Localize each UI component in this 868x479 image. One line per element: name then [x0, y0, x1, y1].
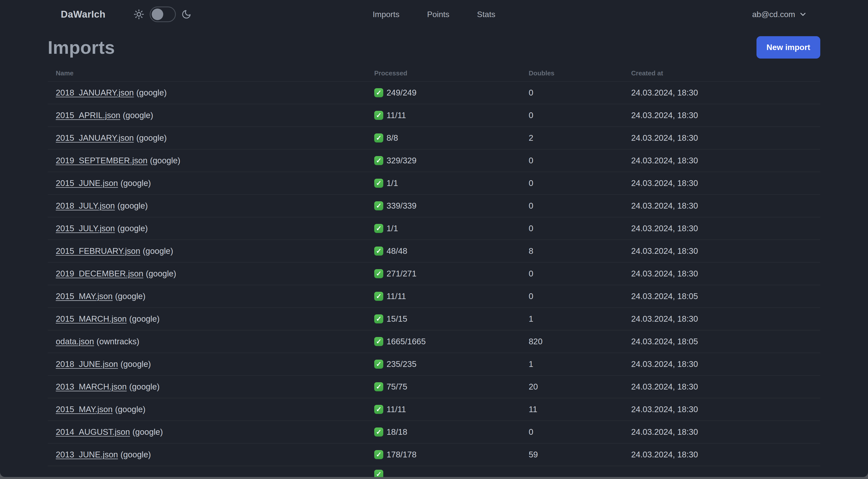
doubles-count: 0	[529, 111, 631, 120]
success-check-icon	[374, 337, 383, 346]
theme-switch[interactable]	[150, 6, 176, 22]
processed-count: 11/11	[386, 405, 406, 414]
success-check-icon	[374, 405, 383, 414]
success-check-icon	[374, 179, 383, 188]
success-check-icon	[374, 246, 383, 256]
doubles-count: 11	[529, 405, 631, 414]
import-source-label: (google)	[129, 314, 159, 324]
processed-count: 178/178	[386, 450, 416, 459]
success-check-icon	[374, 201, 383, 210]
table-row: 2015_JUNE.json(google) 1/1 0 24.03.2024,…	[48, 172, 820, 194]
success-check-icon	[374, 427, 383, 437]
import-file-link[interactable]: 2013_MARCH.json	[56, 382, 127, 391]
success-check-icon	[374, 269, 383, 278]
processed-count: 11/11	[386, 292, 406, 301]
success-check-icon	[374, 88, 383, 97]
import-file-link[interactable]: 2019_SEPTEMBER.json	[56, 156, 148, 165]
import-file-link[interactable]: 2015_JUNE.json	[56, 178, 118, 188]
column-header-name: Name	[56, 69, 374, 77]
created-at: 24.03.2024, 18:05	[631, 292, 815, 301]
processed-count: 1/1	[386, 178, 398, 188]
doubles-count: 0	[529, 88, 631, 97]
theme-switch-knob	[152, 8, 163, 20]
new-import-button[interactable]: New import	[756, 36, 820, 59]
success-check-icon	[374, 133, 383, 143]
import-source-label: (google)	[132, 427, 163, 437]
import-file-link[interactable]: 2018_JULY.json	[56, 201, 115, 210]
nav-stats[interactable]: Stats	[477, 10, 495, 19]
account-menu[interactable]: ab@cd.com	[752, 10, 807, 19]
import-source-label: (google)	[136, 133, 167, 143]
processed-count: 271/271	[386, 269, 416, 278]
processed-count: 11/11	[386, 111, 406, 120]
import-file-link[interactable]: 2013_JUNE.json	[56, 450, 118, 459]
processed-count: 235/235	[386, 359, 416, 369]
nav-imports[interactable]: Imports	[373, 10, 400, 19]
created-at: 24.03.2024, 18:30	[631, 405, 815, 414]
imports-page: Imports New import Name Processed Double…	[0, 36, 868, 477]
import-file-link[interactable]: 2019_DECEMBER.json	[56, 269, 144, 278]
doubles-count: 0	[529, 292, 631, 301]
import-file-link[interactable]: 2018_JANUARY.json	[56, 88, 134, 97]
nav-points[interactable]: Points	[427, 10, 449, 19]
doubles-count: 820	[529, 337, 631, 346]
created-at: 24.03.2024, 18:30	[631, 156, 815, 166]
imports-table: Name Processed Doubles Created at 2018_J…	[48, 65, 820, 477]
import-source-label: (google)	[121, 359, 151, 369]
theme-toggle	[134, 6, 191, 22]
import-file-link[interactable]: 2014_AUGUST.json	[56, 427, 130, 437]
created-at: 24.03.2024, 18:30	[631, 246, 815, 256]
import-file-link[interactable]: 2015_MARCH.json	[56, 314, 127, 324]
processed-count: 329/329	[386, 156, 416, 166]
import-source-label: (google)	[150, 156, 180, 165]
success-check-icon	[374, 156, 383, 165]
import-source-label: (google)	[117, 201, 148, 210]
doubles-count: 0	[529, 427, 631, 437]
table-row: 2014_AUGUST.json(google) 18/18 0 24.03.2…	[48, 420, 820, 443]
created-at: 24.03.2024, 18:30	[631, 224, 815, 233]
import-file-link[interactable]: 2015_JULY.json	[56, 224, 115, 233]
table-row: 2015_MAY.json(google) 11/11 0 24.03.2024…	[48, 285, 820, 307]
import-file-link[interactable]: 2015_FEBRUARY.json	[56, 246, 140, 256]
processed-count: 18/18	[386, 427, 407, 437]
created-at: 24.03.2024, 18:30	[631, 88, 815, 97]
created-at: 24.03.2024, 18:30	[631, 382, 815, 392]
created-at: 24.03.2024, 18:30	[631, 427, 815, 437]
processed-count: 8/8	[386, 133, 398, 143]
table-header-row: Name Processed Doubles Created at	[48, 65, 820, 81]
doubles-count: 0	[529, 224, 631, 233]
import-source-label: (google)	[123, 111, 153, 120]
processed-count: 75/75	[386, 382, 407, 392]
table-row: 2015_JULY.json(google) 1/1 0 24.03.2024,…	[48, 217, 820, 239]
import-file-link[interactable]: 2018_JUNE.json	[56, 359, 118, 369]
page-title: Imports	[48, 37, 115, 58]
table-row: 2015_MARCH.json(google) 15/15 1 24.03.20…	[48, 307, 820, 330]
import-source-label: (google)	[121, 178, 151, 188]
import-file-link[interactable]: 2015_MAY.json	[56, 292, 113, 301]
table-row	[48, 466, 820, 477]
import-source-label: (google)	[117, 224, 148, 233]
table-row: odata.json(owntracks) 1665/1665 820 24.0…	[48, 330, 820, 353]
success-check-icon	[374, 315, 383, 324]
created-at: 24.03.2024, 18:30	[631, 178, 815, 188]
table-row: 2019_DECEMBER.json(google) 271/271 0 24.…	[48, 262, 820, 285]
table-row: 2015_JANUARY.json(google) 8/8 2 24.03.20…	[48, 126, 820, 149]
import-source-label: (google)	[121, 450, 151, 459]
processed-count: 15/15	[386, 314, 407, 324]
import-source-label: (google)	[143, 246, 173, 256]
import-file-link[interactable]: 2015_MAY.json	[56, 405, 113, 414]
table-row: 2013_JUNE.json(google) 178/178 59 24.03.…	[48, 443, 820, 466]
success-check-icon	[374, 360, 383, 369]
doubles-count: 59	[529, 450, 631, 459]
import-file-link[interactable]: odata.json	[56, 337, 94, 346]
import-file-link[interactable]: 2015_JANUARY.json	[56, 133, 134, 143]
created-at: 24.03.2024, 18:30	[631, 269, 815, 278]
import-source-label: (google)	[136, 88, 167, 97]
doubles-count: 0	[529, 178, 631, 188]
import-file-link[interactable]: 2015_APRIL.json	[56, 111, 120, 120]
table-row: 2019_SEPTEMBER.json(google) 329/329 0 24…	[48, 149, 820, 172]
sun-icon	[134, 9, 144, 20]
table-row: 2015_FEBRUARY.json(google) 48/48 8 24.03…	[48, 239, 820, 262]
table-row: 2018_JUNE.json(google) 235/235 1 24.03.2…	[48, 353, 820, 375]
doubles-count: 0	[529, 269, 631, 278]
